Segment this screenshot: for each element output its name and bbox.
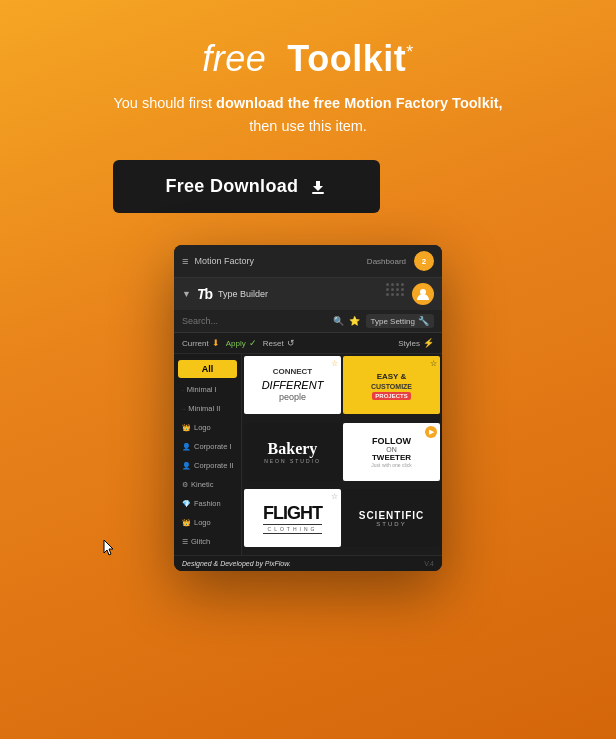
app-screenshot: ≡ Motion Factory Dashboard 2 ▼ Tb Type B…	[174, 245, 442, 571]
sidebar-dot-two-icon: ··	[182, 406, 185, 412]
grid-cell-scientific[interactable]: SCIENTIFIC STUDY	[343, 489, 440, 547]
sidebar-minimal-i-label: Minimal I	[187, 385, 217, 394]
download-icon	[308, 177, 328, 197]
title-star: *	[406, 42, 414, 62]
current-download-icon: ⬇	[212, 338, 220, 348]
sidebar-item-minimal-ii[interactable]: ·· Minimal II	[174, 399, 241, 418]
styles-label: Styles	[398, 339, 420, 348]
subtitle-brand: Motion Factory	[344, 95, 448, 111]
designed-by-text: Designed & Developed by	[182, 560, 263, 567]
footer-brand-name: PixFlow.	[265, 560, 291, 567]
grid-cell-bakery[interactable]: Bakery NEON STUDIO	[244, 423, 341, 481]
type-setting-label: Type Setting	[371, 317, 415, 326]
dashboard-label: Dashboard	[367, 257, 406, 266]
footer-brand: Designed & Developed by PixFlow.	[182, 560, 291, 567]
toolbar-row: Current ⬇ Apply ✓ Reset ↺ Styles ⚡	[174, 333, 442, 354]
sidebar-corporate-i-label: Corporate I	[194, 442, 232, 451]
styles-icon: ⚡	[423, 338, 434, 348]
topbar-right: Dashboard 2	[367, 251, 434, 271]
sidebar-minimal-ii-label: Minimal II	[188, 404, 220, 413]
sidebar-item-logo-2[interactable]: 👑 Logo	[174, 513, 241, 532]
sidebar-item-glitch[interactable]: ☰ Glitch	[174, 532, 241, 551]
type-setting-button[interactable]: Type Setting 🔧	[366, 314, 434, 328]
projects-badge: PROJECTS	[371, 392, 412, 400]
subtitle-pre: You should first	[113, 95, 212, 111]
connect-content: CONNECT DIFFERENT people	[258, 363, 328, 407]
content-area: All · Minimal I ·· Minimal II 👑 Logo 👤 C…	[174, 354, 442, 555]
flight-content: FLIGHT CLOTHING	[263, 503, 322, 534]
sidebar: All · Minimal I ·· Minimal II 👑 Logo 👤 C…	[174, 354, 242, 555]
avatar-icon	[412, 283, 434, 305]
sidebar-corporate-ii-label: Corporate II	[194, 461, 234, 470]
apply-button[interactable]: Apply ✓	[226, 338, 257, 348]
sidebar-logo2-icon: 👑	[182, 519, 191, 527]
notification-count: 2	[422, 257, 426, 266]
different-text: DIFFERENT	[262, 378, 324, 392]
subtitle-suffix: Toolkit,	[452, 95, 502, 111]
sidebar-corp-ii-icon: 👤	[182, 462, 191, 470]
bakery-sub-text: NEON STUDIO	[264, 458, 321, 464]
grid-cell-easy[interactable]: EASY & CUSTOMIZE PROJECTS ☆	[343, 356, 440, 414]
sidebar-corp-i-icon: 👤	[182, 443, 191, 451]
grid-cell-flight[interactable]: FLIGHT CLOTHING ☆	[244, 489, 341, 547]
footer-version: V.4	[424, 560, 434, 567]
people-text: people	[262, 392, 324, 404]
sidebar-fashion-label: Fashion	[194, 499, 221, 508]
search-icon[interactable]: 🔍	[333, 316, 344, 326]
current-label: Current	[182, 339, 209, 348]
header-section: free Toolkit* You should first download …	[113, 0, 502, 245]
star-icon[interactable]: ⭐	[349, 316, 360, 326]
search-icons: 🔍 ⭐	[333, 316, 360, 326]
sidebar-item-kinetic[interactable]: ⚙ Kinetic	[174, 475, 241, 494]
wrench-icon: 🔧	[418, 316, 429, 326]
tweeter-text: TWEETER	[371, 453, 411, 462]
follow-text: FOLLOW	[371, 436, 411, 446]
svg-rect-0	[312, 192, 324, 194]
follow-content: FOLLOW ON TWEETER Just with one click	[367, 432, 415, 472]
subtitle: You should first download the free Motio…	[113, 92, 502, 138]
styles-button[interactable]: Styles ⚡	[398, 338, 434, 348]
reset-button[interactable]: Reset ↺	[263, 338, 295, 348]
sidebar-glitch-label: Glitch	[191, 537, 210, 546]
sidebar-logo-label: Logo	[194, 423, 211, 432]
sidebar-item-logo[interactable]: 👑 Logo	[174, 418, 241, 437]
sidebar-kinetic-icon: ⚙	[182, 481, 188, 489]
cell-star-5-icon: ☆	[331, 492, 338, 501]
sidebar-item-all[interactable]: All	[178, 360, 237, 378]
sidebar-item-minimal-i[interactable]: · Minimal I	[174, 380, 241, 399]
search-input[interactable]	[182, 316, 327, 326]
expand-arrow: ▼	[182, 289, 191, 299]
sidebar-dot-icon: ·	[182, 387, 184, 393]
sidebar-logo-2-label: Logo	[194, 518, 211, 527]
reset-label: Reset	[263, 339, 284, 348]
type-builder-label: Type Builder	[218, 289, 268, 299]
on-text: ON	[371, 446, 411, 453]
notification-badge: 2	[414, 251, 434, 271]
scientific-content: SCIENTIFIC STUDY	[359, 510, 425, 527]
sidebar-kinetic-label: Kinetic	[191, 480, 214, 489]
texture-dots	[386, 283, 404, 305]
grid-cell-connect[interactable]: CONNECT DIFFERENT people ☆	[244, 356, 341, 414]
reset-icon: ↺	[287, 338, 295, 348]
tb-icon-area	[386, 283, 434, 305]
type-builder-row: ▼ Tb Type Builder	[174, 278, 442, 310]
cell-star-2-icon: ☆	[430, 359, 437, 368]
bakery-content: Bakery NEON STUDIO	[264, 440, 321, 464]
sidebar-item-fashion[interactable]: 💎 Fashion	[174, 494, 241, 513]
title-free: free	[202, 38, 266, 79]
bakery-text: Bakery	[264, 440, 321, 458]
sidebar-item-corporate-ii[interactable]: 👤 Corporate II	[174, 456, 241, 475]
search-row: 🔍 ⭐ Type Setting 🔧	[174, 310, 442, 333]
tweeter-sub: Just with one click	[371, 462, 411, 468]
sidebar-item-corporate-i[interactable]: 👤 Corporate I	[174, 437, 241, 456]
subtitle-highlight: download the free	[216, 95, 340, 111]
sidebar-glitch-icon: ☰	[182, 538, 188, 546]
free-download-button[interactable]: Free Download	[113, 160, 380, 213]
current-button[interactable]: Current ⬇	[182, 338, 220, 348]
app-topbar: ≡ Motion Factory Dashboard 2	[174, 245, 442, 278]
sidebar-fashion-icon: 💎	[182, 500, 191, 508]
grid-area: CONNECT DIFFERENT people ☆ EASY & CUSTOM…	[242, 354, 442, 555]
grid-cell-follow[interactable]: FOLLOW ON TWEETER Just with one click ▶	[343, 423, 440, 481]
sidebar-all-label: All	[202, 364, 214, 374]
cell-star-icon: ☆	[331, 359, 338, 368]
